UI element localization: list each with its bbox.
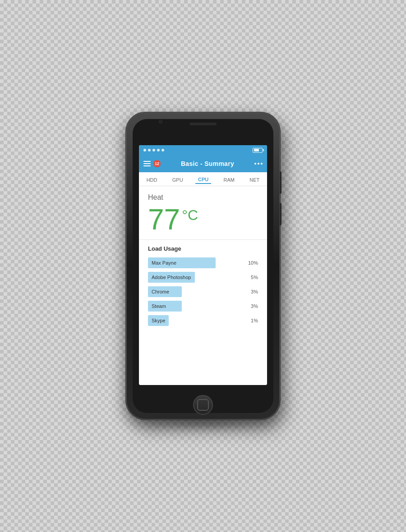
list-item: Chrome 3% [148,286,258,297]
app-name-1: Max Payne [152,260,176,266]
home-button[interactable] [193,395,213,415]
nav-title: Basic - Summary [181,160,234,167]
app-percent-1: 10% [245,260,258,266]
app-name-3: Chrome [152,289,169,294]
app-bar-3: Chrome [148,286,182,297]
signal-dot-5 [161,149,164,151]
more-menu-icon[interactable] [254,163,263,165]
list-item: Skype 1% [148,315,258,326]
app-bar-container-3: Chrome [148,286,242,297]
hamburger-icon[interactable] [143,161,151,166]
load-usage-title: Load Usage [148,245,258,252]
phone-speaker [189,123,217,125]
heat-unit: °C [182,208,198,222]
heat-label: Heat [148,193,258,202]
heat-number: 77 [148,205,180,234]
tab-gpu[interactable]: GPU [170,176,186,183]
nav-left-controls: 12 [143,160,161,167]
load-usage-section: Load Usage Max Payne 10% [139,240,267,335]
app-percent-4: 3% [245,303,258,309]
tab-bar: HDD GPU CPU RAM NET [139,172,267,186]
list-item: Steam 3% [148,301,258,312]
battery-icon [253,148,263,153]
phone-camera [159,120,162,124]
app-percent-3: 3% [245,289,258,294]
home-button-inner [197,399,209,411]
app-name-4: Steam [152,303,166,309]
signal-dot-4 [157,149,160,151]
app-bar-5: Skype [148,315,169,326]
app-bar-2: Adobe Photoshop [148,272,195,283]
status-bar [139,145,267,155]
phone-device: 12 Basic - Summary HDD GPU CPU RAM NET [126,113,280,419]
notification-badge[interactable]: 12 [153,160,161,167]
list-item: Adobe Photoshop 5% [148,272,258,283]
app-bar-4: Steam [148,301,182,312]
content-area: Heat 77 °C Load Usage Max Payne [139,186,267,385]
signal-dot-1 [143,149,146,151]
status-signal-dots [143,149,164,151]
app-bar-container-5: Skype [148,315,242,326]
tab-ram[interactable]: RAM [221,176,237,183]
more-dot-2 [258,163,259,165]
more-dot-3 [261,163,263,165]
app-bar-container-1: Max Payne [148,257,242,268]
nav-bar: 12 Basic - Summary [139,155,267,172]
app-percent-5: 1% [245,318,258,323]
tab-hdd[interactable]: HDD [144,176,160,183]
more-dot-1 [254,163,256,165]
phone-screen: 12 Basic - Summary HDD GPU CPU RAM NET [139,145,267,385]
app-bar-1: Max Payne [148,257,216,268]
hamburger-line-1 [143,161,151,162]
app-name-5: Skype [152,318,166,323]
phone-shadow [142,419,264,428]
signal-dot-3 [152,149,155,151]
phone-inner: 12 Basic - Summary HDD GPU CPU RAM NET [133,119,273,413]
heat-section: Heat 77 °C [139,186,267,240]
app-bar-container-4: Steam [148,301,242,312]
app-name-2: Adobe Photoshop [152,275,191,280]
battery-indicator [253,148,263,153]
list-item: Max Payne 10% [148,257,258,268]
heat-value-display: 77 °C [148,205,258,234]
signal-dot-2 [148,149,151,151]
hamburger-line-2 [143,163,151,164]
app-bar-container-2: Adobe Photoshop [148,272,242,283]
battery-fill [254,149,259,151]
app-percent-2: 5% [245,275,258,280]
tab-net[interactable]: NET [247,176,262,183]
phone-wrapper: 12 Basic - Summary HDD GPU CPU RAM NET [126,113,280,419]
tab-cpu[interactable]: CPU [195,176,211,184]
hamburger-line-3 [143,165,151,166]
